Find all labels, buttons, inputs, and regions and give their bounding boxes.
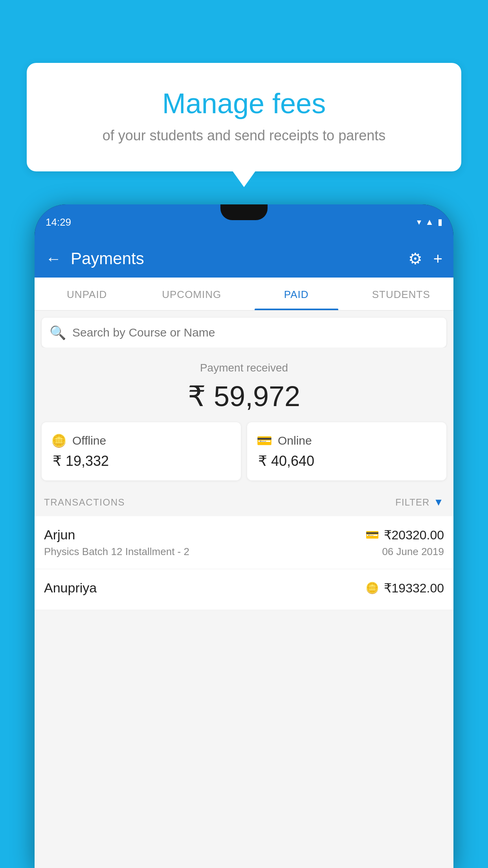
app-header: ← Payments ⚙ + <box>35 240 453 278</box>
payment-summary: Payment received ₹ 59,972 <box>35 348 453 422</box>
status-icons: ▾ ▲ ▮ <box>417 217 442 227</box>
tab-unpaid[interactable]: UNPAID <box>35 278 139 310</box>
filter-icon: ▼ <box>433 496 444 508</box>
transaction-top-row-2: Anupriya 🪙 ₹19332.00 <box>44 580 444 596</box>
table-row[interactable]: Anupriya 🪙 ₹19332.00 <box>35 569 453 610</box>
tab-upcoming[interactable]: UPCOMING <box>139 278 244 310</box>
header-actions: ⚙ + <box>408 250 442 268</box>
offline-payment-card: 🪙 Offline ₹ 19,332 <box>42 422 241 480</box>
transaction-name-2: Anupriya <box>44 580 97 596</box>
transaction-name: Arjun <box>44 527 75 542</box>
bubble-title: Manage fees <box>46 86 442 120</box>
table-row[interactable]: Arjun 💳 ₹20320.00 Physics Batch 12 Insta… <box>35 516 453 569</box>
signal-icon: ▲ <box>425 217 434 227</box>
search-container: 🔍 <box>42 318 446 348</box>
payment-total-amount: ₹ 59,972 <box>42 380 446 413</box>
transaction-amount-row-2: 🪙 ₹19332.00 <box>365 581 444 596</box>
transactions-header: TRANSACTIONS FILTER ▼ <box>35 488 453 516</box>
settings-icon[interactable]: ⚙ <box>408 250 422 268</box>
status-time: 14:29 <box>46 216 71 228</box>
search-icon: 🔍 <box>50 325 66 340</box>
phone-frame: 14:29 ▾ ▲ ▮ ← Payments ⚙ + UNPAID UPCOMI… <box>35 204 453 868</box>
transaction-top-row: Arjun 💳 ₹20320.00 <box>44 527 444 542</box>
phone-notch <box>220 204 268 220</box>
online-icon: 💳 <box>257 433 272 448</box>
search-input[interactable] <box>72 326 438 339</box>
tabs: UNPAID UPCOMING PAID STUDENTS <box>35 278 453 311</box>
online-label: Online <box>278 434 312 447</box>
transaction-bottom-row: Physics Batch 12 Installment - 2 06 June… <box>44 546 444 558</box>
payment-cards: 🪙 Offline ₹ 19,332 💳 Online ₹ 40,640 <box>35 422 453 488</box>
transaction-date: 06 June 2019 <box>382 546 444 558</box>
offline-card-row: 🪙 Offline <box>51 433 231 448</box>
filter-label: FILTER <box>395 497 429 508</box>
battery-icon: ▮ <box>438 217 442 227</box>
phone-screen: UNPAID UPCOMING PAID STUDENTS 🔍 Payment … <box>35 278 453 868</box>
payment-received-label: Payment received <box>42 362 446 374</box>
add-icon[interactable]: + <box>433 250 442 268</box>
status-bar: 14:29 ▾ ▲ ▮ <box>35 204 453 240</box>
offline-label: Offline <box>72 434 106 447</box>
filter-button[interactable]: FILTER ▼ <box>395 496 444 508</box>
transaction-amount-row: 💳 ₹20320.00 <box>365 528 444 542</box>
page-title: Payments <box>71 249 399 268</box>
offline-icon: 🪙 <box>51 433 67 448</box>
wifi-icon: ▾ <box>417 217 421 227</box>
online-payment-card: 💳 Online ₹ 40,640 <box>247 422 446 480</box>
online-card-row: 💳 Online <box>257 433 437 448</box>
transaction-amount-2: ₹19332.00 <box>384 581 444 596</box>
bubble-subtitle: of your students and send receipts to pa… <box>46 127 442 144</box>
transactions-label: TRANSACTIONS <box>44 497 125 508</box>
tab-students[interactable]: STUDENTS <box>349 278 454 310</box>
transaction-course: Physics Batch 12 Installment - 2 <box>44 546 189 558</box>
back-button[interactable]: ← <box>46 250 61 268</box>
offline-amount: ₹ 19,332 <box>51 453 231 469</box>
transaction-amount: ₹20320.00 <box>384 528 444 542</box>
txn-card-icon: 💳 <box>365 528 379 541</box>
tab-paid[interactable]: PAID <box>244 278 349 310</box>
speech-bubble: Manage fees of your students and send re… <box>27 63 461 171</box>
txn-offline-icon: 🪙 <box>365 581 379 594</box>
online-amount: ₹ 40,640 <box>257 453 437 469</box>
